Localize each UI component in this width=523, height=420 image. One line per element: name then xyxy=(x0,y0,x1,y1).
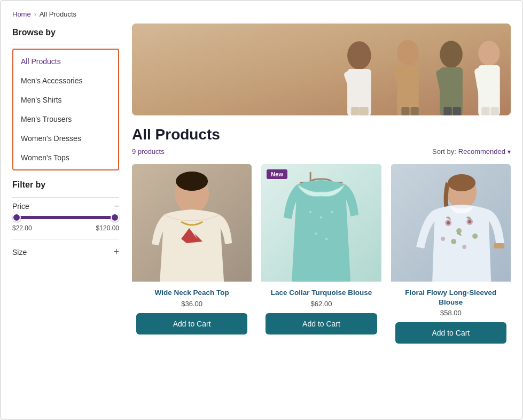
category-list: All Products Men's Accessories Men's Shi… xyxy=(12,49,119,170)
svg-rect-12 xyxy=(411,107,419,115)
svg-rect-5 xyxy=(351,107,360,115)
product-name-turquoise-blouse: Lace Collar Turquoise Blouse xyxy=(266,288,377,298)
price-range-slider[interactable] xyxy=(12,216,119,219)
hero-svg xyxy=(132,24,511,115)
svg-point-44 xyxy=(451,239,456,244)
svg-point-43 xyxy=(468,220,471,223)
price-thumb-min[interactable] xyxy=(12,213,21,222)
size-filter-header[interactable]: Size + xyxy=(12,246,119,258)
svg-rect-24 xyxy=(491,107,499,115)
add-to-cart-button-turquoise-blouse[interactable]: Add to Cart xyxy=(266,313,377,335)
breadcrumb-home-link[interactable]: Home xyxy=(12,10,31,18)
product-image-turquoise-blouse: New xyxy=(261,164,381,282)
svg-point-46 xyxy=(472,234,478,239)
svg-point-35 xyxy=(325,238,327,240)
price-thumb-max[interactable] xyxy=(111,213,119,222)
page-title-section: All Products xyxy=(132,126,511,143)
svg-point-13 xyxy=(440,41,463,68)
svg-point-19 xyxy=(478,41,500,66)
product-info-turquoise-blouse: Lace Collar Turquoise Blouse $62.00 Add … xyxy=(261,282,381,339)
svg-point-33 xyxy=(331,211,333,213)
product-name-floral-blouse: Floral Flowy Long-Sleeved Blouse xyxy=(395,288,506,307)
product-count: 9 products xyxy=(132,147,165,155)
price-max-label: $120.00 xyxy=(96,224,119,232)
filter-divider xyxy=(12,197,119,198)
svg-rect-23 xyxy=(481,107,489,115)
svg-rect-6 xyxy=(360,107,368,115)
price-min-label: $22.00 xyxy=(12,224,32,232)
breadcrumb-current: All Products xyxy=(40,10,76,18)
product-card-wide-neck-peach[interactable]: Wide Neck Peach Top $36.00 Add to Cart xyxy=(132,164,252,348)
price-range-fill xyxy=(12,216,119,219)
price-filter-header[interactable]: Price − xyxy=(12,202,119,211)
products-meta: 9 products Sort by: Recommended ▾ xyxy=(132,147,511,155)
sidebar-item-mens-accessories[interactable]: Men's Accessories xyxy=(13,71,118,90)
price-filter-toggle[interactable]: − xyxy=(114,202,119,211)
size-filter-label: Size xyxy=(12,248,27,256)
price-filter-section: Price − $22.00 $120.00 xyxy=(12,202,119,232)
sort-value: Recommended xyxy=(458,147,505,155)
sidebar-item-all-products[interactable]: All Products xyxy=(13,52,118,71)
svg-point-38 xyxy=(448,174,475,191)
product-card-turquoise-blouse[interactable]: New xyxy=(261,164,381,348)
product-price-floral-blouse: $58.00 xyxy=(395,309,506,317)
product-info-floral-blouse: Floral Flowy Long-Sleeved Blouse $58.00 … xyxy=(391,282,511,348)
size-filter-toggle[interactable]: + xyxy=(113,246,119,258)
add-to-cart-button-peach-top[interactable]: Add to Cart xyxy=(136,313,247,335)
svg-rect-17 xyxy=(443,107,451,115)
sidebar-item-mens-trousers[interactable]: Men's Trousers xyxy=(13,110,118,129)
product-info-peach-top: Wide Neck Peach Top $36.00 Add to Cart xyxy=(132,282,252,339)
main-content: All Products 9 products Sort by: Recomme… xyxy=(132,24,511,348)
sidebar-item-womens-tops[interactable]: Women's Tops xyxy=(13,148,118,167)
svg-rect-18 xyxy=(453,107,461,115)
product-price-turquoise-blouse: $62.00 xyxy=(266,300,377,308)
svg-point-40 xyxy=(447,221,450,224)
product-image-floral-blouse xyxy=(391,164,511,282)
svg-point-34 xyxy=(315,232,317,235)
breadcrumb: Home › All Products xyxy=(1,1,522,24)
chevron-down-icon: ▾ xyxy=(508,148,511,155)
product-image-peach-top xyxy=(132,164,252,282)
sidebar-item-womens-dresses[interactable]: Women's Dresses xyxy=(13,129,118,148)
sidebar-item-mens-shirts[interactable]: Men's Shirts xyxy=(13,90,118,110)
svg-point-45 xyxy=(462,245,466,249)
svg-point-32 xyxy=(320,216,322,219)
breadcrumb-separator: › xyxy=(34,11,36,18)
price-labels: $22.00 $120.00 xyxy=(12,224,119,232)
price-filter-label: Price xyxy=(12,202,29,211)
product-grid: Wide Neck Peach Top $36.00 Add to Cart N… xyxy=(132,164,511,348)
product-price-peach-top: $36.00 xyxy=(136,300,247,308)
product-name-peach-top: Wide Neck Peach Top xyxy=(136,288,247,298)
page-title: All Products xyxy=(132,126,511,143)
svg-point-47 xyxy=(441,237,445,241)
sort-control[interactable]: Sort by: Recommended ▾ xyxy=(432,147,511,155)
svg-point-1 xyxy=(347,41,371,69)
size-divider xyxy=(12,239,119,240)
add-to-cart-button-floral-blouse[interactable]: Add to Cart xyxy=(395,322,506,344)
hero-banner xyxy=(132,24,511,115)
svg-rect-11 xyxy=(401,107,409,115)
filter-by-heading: Filter by xyxy=(12,180,119,190)
svg-point-31 xyxy=(309,211,311,213)
sort-label: Sort by: xyxy=(432,147,456,155)
browse-by-heading: Browse by xyxy=(12,28,119,37)
badge-new: New xyxy=(267,169,287,179)
sidebar: Browse by All Products Men's Accessories… xyxy=(12,24,119,348)
svg-point-7 xyxy=(397,40,419,66)
sidebar-divider xyxy=(12,44,119,44)
product-card-floral-blouse[interactable]: Floral Flowy Long-Sleeved Blouse $58.00 … xyxy=(391,164,511,348)
svg-point-27 xyxy=(176,172,208,191)
svg-rect-48 xyxy=(494,243,504,248)
